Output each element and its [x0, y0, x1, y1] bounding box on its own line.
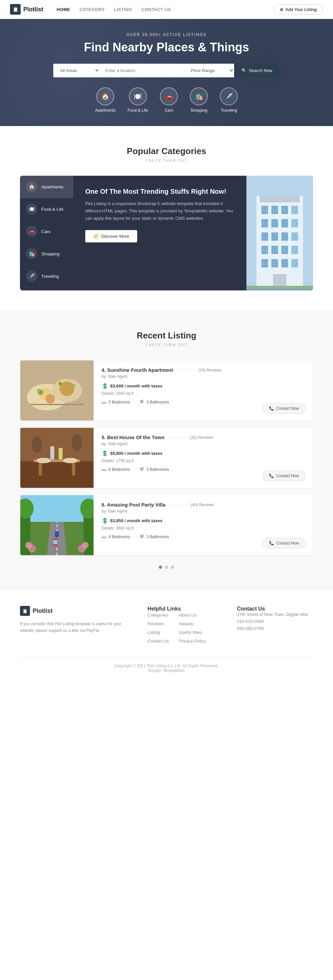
svg-rect-24 — [246, 286, 313, 289]
bath-icon-2: 🚿 — [138, 466, 144, 473]
hero-cat-cars[interactable]: 🚗 Cars — [160, 88, 178, 113]
svg-point-59 — [25, 542, 32, 549]
search-icon: 🔍 — [241, 68, 247, 73]
helpful-links-title: Helpful Links — [147, 606, 224, 612]
recent-listing-title: Recent Listing — [20, 331, 313, 341]
footer-link-useful[interactable]: Useful Sites — [179, 630, 202, 635]
dollar-icon-1: 💲 — [101, 383, 108, 389]
svg-point-46 — [72, 434, 82, 451]
footer-link-awards[interactable]: Awards — [179, 621, 193, 626]
svg-rect-12 — [271, 232, 278, 241]
logo-text: Plotlist — [23, 6, 43, 13]
svg-point-33 — [37, 389, 40, 392]
category-content: One Of The Most Trending Stuffs Right No… — [73, 176, 246, 290]
shopping-icon: 🛍️ — [190, 88, 208, 105]
svg-rect-8 — [271, 219, 278, 228]
svg-point-45 — [32, 436, 42, 453]
dollar-icon-2: 💲 — [101, 450, 108, 457]
traveling-icon: ✈️ — [220, 88, 238, 105]
svg-rect-57 — [55, 531, 59, 537]
svg-rect-15 — [262, 246, 268, 254]
hero-cat-traveling[interactable]: ✈️ Traveling — [220, 88, 238, 113]
area-select[interactable]: All Areas Downtown Suburbs Rural — [53, 64, 100, 77]
logo[interactable]: 📋 Plotlist — [10, 4, 43, 15]
location-input[interactable] — [100, 64, 184, 77]
price-range-select[interactable]: Price Range $0 - $1000 $1000 - $3000 $30… — [184, 64, 234, 77]
bed-icon-1: 🛏 — [101, 399, 106, 405]
sidebar-item-traveling[interactable]: ✈️ Traveling — [20, 265, 73, 288]
footer-link-categories[interactable]: Categories — [147, 612, 168, 617]
dot-3[interactable] — [171, 566, 174, 569]
add-listing-button[interactable]: ⊕ Add Your Listing — [273, 4, 323, 15]
svg-point-61 — [82, 542, 89, 549]
hero-cat-label: Cars — [165, 108, 173, 113]
svg-rect-41 — [50, 446, 54, 460]
svg-rect-7 — [262, 219, 268, 228]
sidebar-item-cars[interactable]: 🚗 Cars — [20, 220, 73, 243]
listing-card-2: 5. Best House Of the Town ☆☆☆☆☆ (32) Rev… — [20, 428, 313, 488]
sidebar-item-shopping[interactable]: 🛍️ Shopping — [20, 243, 73, 265]
footer-phone1: 010-020-0340 — [237, 619, 313, 624]
nav-listing[interactable]: LISTING — [114, 7, 132, 12]
sidebar-item-apartments[interactable]: 🏠 Apartments — [20, 176, 73, 198]
bedrooms-2: 🛏 6 Bedrooms — [101, 466, 130, 473]
compass-icon: 🧭 — [93, 234, 98, 239]
category-sidebar: 🏠 Apartments 🍽️ Food & Life 🚗 Cars 🛍️ Sh… — [20, 176, 73, 290]
footer-links-col2: About Us Awards Useful Sites Privacy Pol… — [179, 612, 206, 647]
nav-contact[interactable]: CONTACT US — [141, 7, 171, 12]
svg-rect-2 — [260, 196, 300, 202]
hero-cat-label: Apartments — [95, 108, 116, 113]
cat-content-desc: Plot Listing is a responsive Bootstrap 5… — [85, 200, 235, 222]
category-image — [246, 176, 313, 290]
listing-image-3 — [20, 495, 94, 555]
footer-brand: 📋 Plotlist If you consider that Plot Lis… — [20, 606, 134, 647]
contact-button-3[interactable]: 📞 Contact Now — [262, 538, 306, 549]
hero-section: OVER 36,500+ ACTIVE LISTINGS Find Nearby… — [0, 19, 333, 126]
footer-links-col1: Categories Reviews Listing Contact Us — [147, 612, 169, 647]
nav-home[interactable]: HOME — [57, 7, 70, 12]
footer-link-contact[interactable]: Contact Us — [147, 638, 169, 644]
design-credit: Design: TemplateMo — [20, 668, 313, 673]
footer-link-about[interactable]: About Us — [179, 612, 197, 617]
popular-cats-sub: CHECK THEM OUT — [20, 158, 313, 162]
reviews-2: (32) Reviews — [190, 435, 213, 440]
price-1: 💲 $3,600 / month with taxes — [101, 383, 254, 389]
dot-1[interactable] — [159, 566, 162, 569]
contact-button-1[interactable]: 📞 Contact Now — [262, 403, 306, 414]
svg-rect-39 — [39, 462, 42, 476]
footer-link-listing[interactable]: Listing — [147, 630, 160, 635]
svg-rect-19 — [262, 259, 268, 267]
listing-title-row-1: 4. Sunshine Fourth Apartment ☆☆☆☆☆ (24) … — [101, 367, 254, 373]
cars-sidebar-icon: 🚗 — [26, 226, 37, 237]
dot-2[interactable] — [165, 566, 168, 569]
building-illustration — [246, 176, 313, 290]
listing-image-1 — [20, 360, 94, 420]
contact-us-title: Contact Us — [237, 606, 313, 612]
footer-phone2: 090-080-0760 — [237, 626, 313, 631]
footer-helpful-links: Helpful Links Categories Reviews Listing… — [147, 606, 224, 647]
hero-cat-apartments[interactable]: 🏠 Apartments — [95, 88, 116, 113]
sidebar-item-food[interactable]: 🍽️ Food & Life — [20, 198, 73, 220]
bedrooms-3: 🛏 4 Bedrooms — [101, 534, 130, 540]
hero-cat-label: Shopping — [190, 108, 208, 113]
bathrooms-1: 🚿 3 Bathrooms — [138, 399, 169, 405]
category-widget: 🏠 Apartments 🍽️ Food & Life 🚗 Cars 🛍️ Sh… — [20, 176, 313, 290]
nav-category[interactable]: CATEGORY — [79, 7, 105, 12]
features-row-1: 🛏 5 Bedrooms 🚿 3 Bathrooms — [101, 399, 254, 405]
svg-rect-10 — [291, 219, 298, 228]
bath-icon-3: 🚿 — [138, 534, 144, 540]
svg-rect-4 — [271, 206, 278, 214]
footer-logo: 📋 Plotlist — [20, 606, 134, 616]
svg-point-44 — [63, 458, 78, 463]
bed-icon-2: 🛏 — [101, 467, 106, 473]
hero-cat-shopping[interactable]: 🛍️ Shopping — [190, 88, 208, 113]
svg-point-35 — [72, 384, 75, 387]
contact-button-2[interactable]: 📞 Contact Now — [262, 471, 306, 481]
discover-more-button[interactable]: 🧭 Discover More — [85, 230, 137, 242]
footer-link-privacy[interactable]: Privacy Policy — [179, 638, 206, 644]
popular-cats-title: Popular Categories — [20, 146, 313, 156]
hero-categories: 🏠 Apartments 🍽️ Food & Life 🚗 Cars 🛍️ Sh… — [95, 88, 238, 113]
search-button[interactable]: 🔍 Search Now — [234, 64, 280, 77]
hero-cat-food[interactable]: 🍽️ Food & Life — [128, 88, 148, 113]
footer-link-reviews[interactable]: Reviews — [147, 621, 164, 626]
